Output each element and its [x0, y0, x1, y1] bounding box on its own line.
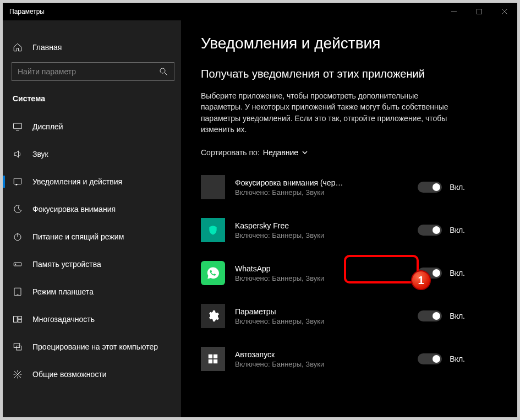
- app-icon-settings: [201, 304, 225, 328]
- app-row-whatsapp[interactable]: WhatsApp Включено: Баннеры, Звуки Вкл. 1: [201, 252, 465, 294]
- section-description: Выберите приложение, чтобы просмотреть д…: [201, 90, 459, 135]
- app-name: Автозапуск: [235, 350, 345, 359]
- toggle-label: Вкл.: [450, 183, 465, 192]
- app-sub: Включено: Баннеры, Звуки: [235, 274, 403, 282]
- close-button[interactable]: [492, 3, 517, 20]
- toggle-settings[interactable]: [418, 310, 442, 321]
- toggle-focus-assist[interactable]: [418, 182, 442, 193]
- sidebar-item-focus-assist[interactable]: Фокусировка внимания: [3, 195, 181, 223]
- sidebar-item-label: Звук: [32, 150, 48, 159]
- minimize-button[interactable]: [441, 3, 467, 20]
- app-icon-focus: [201, 175, 225, 199]
- search-input[interactable]: [12, 62, 174, 81]
- chevron-down-icon: [302, 149, 308, 156]
- toggle-label: Вкл.: [450, 269, 465, 277]
- sidebar-section-title: Система: [3, 91, 181, 113]
- window-controls: [441, 3, 517, 20]
- sidebar-item-storage[interactable]: Память устройства: [3, 250, 181, 278]
- sort-label: Сортировать по:: [201, 148, 260, 157]
- svg-point-12: [15, 264, 17, 265]
- app-sub: Включено: Баннеры, Звуки: [235, 188, 403, 197]
- svg-rect-26: [209, 354, 212, 358]
- storage-icon: [13, 259, 23, 269]
- shared-icon: [13, 369, 23, 379]
- app-name: Параметры: [235, 307, 345, 316]
- app-row-startup[interactable]: Автозапуск Включено: Баннеры, Звуки Вкл.: [201, 337, 465, 380]
- app-icon-kaspersky: [201, 218, 225, 242]
- power-icon: [13, 232, 23, 242]
- sidebar-item-notifications[interactable]: Уведомления и действия: [3, 168, 181, 195]
- svg-rect-17: [18, 320, 22, 323]
- section-heading: Получать уведомления от этих приложений: [201, 68, 497, 80]
- app-sub: Включено: Баннеры, Звуки: [235, 317, 403, 325]
- sidebar-item-label: Режим планшета: [32, 287, 94, 296]
- multitasking-icon: [13, 314, 23, 324]
- app-sub: Включено: Баннеры, Звуки: [235, 360, 403, 368]
- svg-rect-27: [214, 354, 217, 358]
- app-row-focus-assist[interactable]: Фокусировка внимания (через... Включено:…: [201, 166, 465, 209]
- sidebar-item-display[interactable]: Дисплей: [3, 113, 181, 140]
- toggle-startup[interactable]: [418, 353, 442, 364]
- app-name: Фокусировка внимания (через...: [235, 178, 345, 187]
- page-title: Уведомления и действия: [201, 35, 497, 52]
- notifications-icon: [13, 177, 23, 187]
- sort-value: Недавние: [263, 148, 298, 157]
- sidebar-item-label: Уведомления и действия: [32, 177, 122, 186]
- sidebar-item-label: Память устройства: [32, 260, 101, 269]
- sidebar-item-projecting[interactable]: Проецирование на этот компьютер: [3, 333, 181, 361]
- moon-icon: [13, 204, 23, 214]
- app-icon-whatsapp: [201, 261, 225, 285]
- search-field[interactable]: [18, 67, 158, 76]
- app-name: WhatsApp: [235, 264, 345, 273]
- settings-window: Параметры Главная: [3, 3, 517, 417]
- projecting-icon: [13, 342, 23, 352]
- window-title: Параметры: [9, 8, 45, 15]
- sidebar-item-tablet-mode[interactable]: Режим планшета: [3, 278, 181, 306]
- svg-point-4: [160, 68, 165, 73]
- sidebar-item-shared-experiences[interactable]: Общие возможности: [3, 361, 181, 388]
- sidebar-item-label: Проецирование на этот компьютер: [32, 342, 158, 351]
- sidebar-item-label: Питание и спящий режим: [32, 232, 124, 241]
- display-icon: [13, 122, 23, 132]
- home-icon: [13, 42, 23, 52]
- sidebar-item-sound[interactable]: Звук: [3, 140, 181, 168]
- sort-control[interactable]: Сортировать по: Недавние: [201, 148, 497, 157]
- svg-line-5: [165, 73, 167, 75]
- sidebar-item-home[interactable]: Главная: [3, 37, 181, 58]
- app-sub: Включено: Баннеры, Звуки: [235, 231, 403, 239]
- maximize-button[interactable]: [467, 3, 492, 20]
- svg-rect-15: [14, 317, 18, 323]
- svg-rect-6: [14, 123, 22, 129]
- sidebar: Главная Система Дисплей Звук: [3, 20, 181, 417]
- home-label: Главная: [32, 43, 62, 52]
- app-icon-startup: [201, 347, 225, 371]
- toggle-kaspersky[interactable]: [418, 225, 442, 236]
- sidebar-item-label: Общие возможности: [32, 370, 107, 379]
- sidebar-item-label: Многозадачность: [32, 315, 95, 324]
- tablet-icon: [13, 287, 23, 297]
- sidebar-item-label: Дисплей: [32, 122, 63, 131]
- svg-rect-18: [14, 343, 20, 348]
- app-name: Kaspersky Free: [235, 221, 345, 230]
- sidebar-item-power-sleep[interactable]: Питание и спящий режим: [3, 223, 181, 250]
- svg-rect-28: [209, 359, 212, 363]
- main-content: Уведомления и действия Получать уведомле…: [181, 20, 517, 417]
- sound-icon: [13, 149, 23, 159]
- svg-rect-8: [14, 178, 21, 184]
- toggle-label: Вкл.: [450, 226, 465, 234]
- svg-rect-19: [17, 346, 21, 351]
- sidebar-item-multitasking[interactable]: Многозадачность: [3, 306, 181, 333]
- titlebar: Параметры: [3, 3, 517, 20]
- app-row-kaspersky[interactable]: Kaspersky Free Включено: Баннеры, Звуки …: [201, 209, 465, 252]
- search-icon: [158, 67, 168, 77]
- toggle-label: Вкл.: [450, 354, 465, 363]
- sidebar-item-label: Фокусировка внимания: [32, 205, 116, 214]
- svg-rect-29: [214, 359, 217, 363]
- svg-rect-1: [477, 9, 482, 14]
- toggle-label: Вкл.: [450, 312, 465, 320]
- toggle-whatsapp[interactable]: [418, 268, 442, 279]
- app-list: Фокусировка внимания (через... Включено:…: [201, 166, 497, 380]
- svg-rect-16: [18, 317, 22, 319]
- app-row-settings[interactable]: Параметры Включено: Баннеры, Звуки Вкл.: [201, 294, 465, 337]
